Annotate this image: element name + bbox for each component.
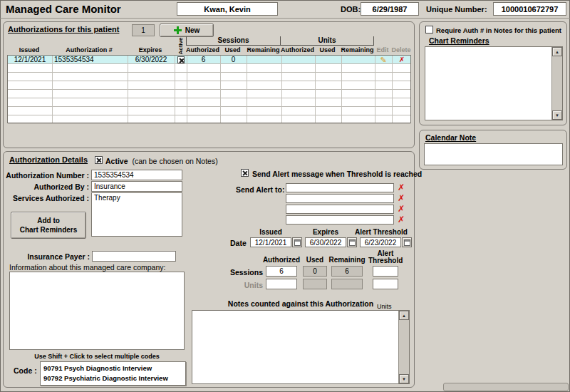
units-authorized-header: Authorized: [281, 46, 314, 55]
code-item[interactable]: 90792 Psychiatric Diagnostic Interview: [43, 373, 182, 383]
send-alert-to-label: Send Alert to:: [236, 185, 284, 194]
alert-threshold-date-input[interactable]: [360, 237, 401, 247]
remove-recipient-icon[interactable]: ✗: [398, 215, 405, 224]
chart-reminders-scrollbar[interactable]: ▲ ▼: [551, 47, 562, 120]
details-active-checkbox[interactable]: [95, 156, 103, 164]
alert-recipient-input-2[interactable]: [286, 194, 394, 203]
patient-options-panel: Require Auth # in Notes for this patient…: [419, 21, 567, 125]
alert-recipient-input-3[interactable]: [286, 205, 394, 214]
scroll-down-icon[interactable]: ▼: [399, 374, 409, 383]
row-edit-cell: ✎: [375, 56, 392, 64]
units-threshold-input[interactable]: [373, 279, 398, 289]
delete-header: Delete: [391, 46, 411, 55]
issued-date-header: Issued: [250, 228, 291, 236]
service-item[interactable]: Therapy: [94, 194, 180, 202]
column-separator: [247, 56, 247, 123]
add-to-chart-reminders-button[interactable]: Add to Chart Reminders: [11, 212, 86, 239]
alert-recipient-input-4[interactable]: [286, 215, 394, 225]
code-item[interactable]: 90791 Psych Diagnostic Interview: [43, 363, 182, 373]
calendar-note-box[interactable]: [424, 143, 563, 165]
row-issued: 12/1/2021: [8, 56, 52, 64]
plus-icon: [174, 26, 182, 34]
add-button-line2: Chart Reminders: [20, 225, 78, 234]
require-auth-checkbox[interactable]: [425, 26, 433, 33]
units-label: Units: [217, 281, 263, 289]
row-units-remaining: [341, 56, 375, 64]
row-sessions-remaining: [247, 56, 281, 64]
dob-label: DOB:: [341, 5, 361, 14]
company-info-textarea[interactable]: [9, 272, 185, 350]
edit-header: Edit: [374, 46, 391, 55]
sessions-authorized-input[interactable]: [266, 266, 297, 277]
notes-list[interactable]: ▲ ▼: [192, 310, 410, 384]
dob-input[interactable]: [361, 2, 419, 16]
authorized-by-input[interactable]: [91, 181, 182, 192]
units-remaining-header: Remaining: [341, 46, 374, 55]
row-separators: [8, 56, 410, 124]
scroll-up-icon[interactable]: ▲: [399, 311, 409, 320]
header-bar: Managed Care Monitor DOB: Unique Number:: [0, 0, 570, 19]
row-authorization: 1535354534: [52, 56, 128, 64]
sessions-label: Sessions: [217, 268, 263, 277]
row-expires: 6/30/2022: [128, 56, 175, 64]
authorization-header: Authorization #: [51, 46, 127, 55]
calendar-icon: [349, 239, 356, 246]
company-info-label: Information about this managed care comp…: [9, 263, 165, 272]
patient-name-input[interactable]: [177, 2, 278, 16]
insurance-payer-input[interactable]: [92, 251, 176, 262]
authorization-row[interactable]: 12/1/2021 1535354534 6/30/2022 6 0 ✎ ✗: [8, 56, 410, 64]
row-active-checkbox[interactable]: [177, 56, 185, 63]
scroll-up-icon[interactable]: ▲: [552, 47, 562, 56]
sessions-threshold-input[interactable]: [373, 266, 398, 277]
column-separator: [128, 56, 128, 123]
column-separator: [375, 56, 375, 123]
issued-header: Issued: [7, 46, 51, 55]
alert-recipient-input-1[interactable]: [286, 183, 394, 192]
remove-recipient-icon[interactable]: ✗: [398, 183, 405, 192]
expires-header: Expires: [127, 46, 174, 55]
remove-recipient-icon[interactable]: ✗: [398, 205, 405, 213]
units-authorized-input[interactable]: [266, 279, 297, 289]
column-separator: [175, 56, 175, 123]
row-sessions-used: 0: [220, 56, 247, 64]
shift-click-hint: Use Shift + Click to select multiple cod…: [9, 353, 185, 360]
sessions-group-header: Sessions: [186, 36, 281, 46]
issued-calendar-button[interactable]: [292, 237, 302, 247]
authorization-details-title: Authorization Details: [9, 155, 88, 164]
row-units-used: [315, 56, 341, 64]
column-separator: [392, 56, 393, 123]
require-auth-label: Require Auth # in Notes for this patient: [436, 26, 561, 34]
unique-number-input[interactable]: [493, 2, 566, 16]
scroll-down-icon[interactable]: ▼: [552, 110, 562, 120]
units-remaining-box: [331, 279, 363, 289]
notes-units-label: Units: [377, 303, 392, 310]
column-separator: [341, 56, 342, 123]
units-used-box: [303, 279, 327, 289]
delete-icon[interactable]: ✗: [399, 56, 405, 63]
remove-recipient-icon[interactable]: ✗: [398, 194, 405, 202]
row-delete-cell: ✗: [392, 56, 412, 64]
code-list[interactable]: 90791 Psych Diagnostic Interview 90792 P…: [40, 361, 186, 386]
column-headers-row: Issued Authorization # Expires Authorize…: [7, 46, 411, 55]
chart-reminders-list[interactable]: ▲ ▼: [425, 46, 563, 120]
issued-date-input[interactable]: [250, 237, 291, 247]
send-alert-checkbox[interactable]: [241, 169, 249, 177]
horizontal-scrollbar[interactable]: [443, 383, 569, 391]
insurance-payer-label: Insurance Payer :: [4, 252, 90, 261]
authorization-details-panel: Authorization Details Active (can be cho…: [3, 151, 415, 388]
column-separator: [52, 56, 53, 123]
auth-number-input[interactable]: [91, 170, 182, 180]
edit-icon[interactable]: ✎: [380, 56, 386, 64]
column-separator: [220, 56, 221, 123]
authorizations-table-body[interactable]: 12/1/2021 1535354534 6/30/2022 6 0 ✎ ✗: [7, 55, 411, 123]
alert-threshold-calendar-button[interactable]: [402, 237, 412, 247]
details-active-note: (can be chosen on Notes): [132, 157, 217, 165]
sessions-used-box: 0: [303, 266, 327, 277]
new-authorization-button[interactable]: New: [160, 24, 214, 37]
chart-reminders-title: Chart Reminders: [429, 36, 489, 45]
services-authorized-list[interactable]: Therapy: [91, 192, 182, 237]
expires-date-input[interactable]: [305, 237, 346, 247]
expires-calendar-button[interactable]: [347, 237, 357, 247]
notes-scrollbar[interactable]: ▲ ▼: [398, 311, 409, 383]
alert-header-line2: Threshold: [368, 257, 403, 264]
